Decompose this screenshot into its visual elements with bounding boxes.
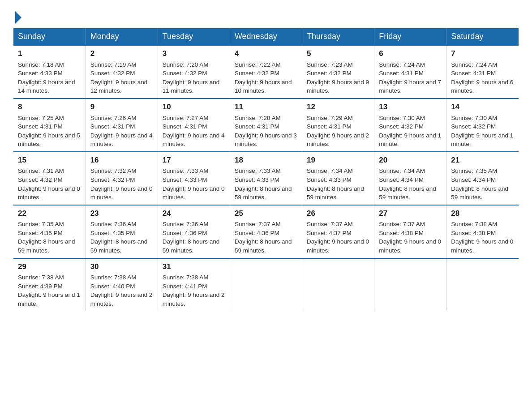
day-info: Sunrise: 7:22 AMSunset: 4:32 PMDaylight:… [235, 61, 292, 94]
calendar-day-cell: 23Sunrise: 7:36 AMSunset: 4:35 PMDayligh… [86, 205, 158, 258]
day-info: Sunrise: 7:34 AMSunset: 4:33 PMDaylight:… [307, 167, 364, 201]
day-info: Sunrise: 7:23 AMSunset: 4:32 PMDaylight:… [307, 61, 369, 94]
day-number: 31 [163, 261, 225, 273]
calendar-day-cell: 18Sunrise: 7:33 AMSunset: 4:33 PMDayligh… [230, 152, 302, 205]
calendar-day-cell: 8Sunrise: 7:25 AMSunset: 4:31 PMDaylight… [13, 98, 86, 152]
day-number: 7 [451, 48, 514, 60]
day-info: Sunrise: 7:20 AMSunset: 4:32 PMDaylight:… [163, 61, 220, 94]
weekday-header-wednesday: Wednesday [230, 28, 302, 45]
day-info: Sunrise: 7:33 AMSunset: 4:33 PMDaylight:… [163, 167, 225, 201]
day-number: 28 [451, 208, 514, 219]
day-number: 17 [163, 155, 225, 166]
calendar-week-row: 15Sunrise: 7:31 AMSunset: 4:32 PMDayligh… [13, 152, 519, 205]
day-info: Sunrise: 7:37 AMSunset: 4:38 PMDaylight:… [379, 221, 441, 254]
day-number: 9 [90, 102, 153, 113]
weekday-header-saturday: Saturday [446, 28, 519, 45]
day-number: 14 [451, 102, 514, 113]
weekday-header-row: SundayMondayTuesdayWednesdayThursdayFrid… [13, 28, 519, 45]
day-number: 25 [235, 208, 297, 219]
day-info: Sunrise: 7:18 AMSunset: 4:33 PMDaylight:… [18, 61, 75, 94]
day-number: 13 [379, 102, 442, 113]
day-info: Sunrise: 7:38 AMSunset: 4:38 PMDaylight:… [451, 221, 513, 254]
calendar-day-cell [230, 258, 302, 311]
day-info: Sunrise: 7:38 AMSunset: 4:39 PMDaylight:… [18, 274, 80, 307]
day-number: 16 [90, 155, 153, 166]
day-number: 6 [379, 48, 442, 60]
calendar-day-cell: 20Sunrise: 7:34 AMSunset: 4:34 PMDayligh… [374, 152, 446, 205]
day-info: Sunrise: 7:33 AMSunset: 4:33 PMDaylight:… [235, 167, 292, 201]
calendar-day-cell: 6Sunrise: 7:24 AMSunset: 4:31 PMDaylight… [374, 45, 446, 98]
day-number: 18 [235, 155, 297, 166]
calendar-day-cell: 1Sunrise: 7:18 AMSunset: 4:33 PMDaylight… [13, 45, 86, 98]
day-info: Sunrise: 7:34 AMSunset: 4:34 PMDaylight:… [379, 167, 436, 201]
day-number: 21 [451, 155, 514, 166]
logo-blue-text [13, 11, 21, 24]
day-number: 19 [307, 155, 369, 166]
calendar-day-cell: 16Sunrise: 7:32 AMSunset: 4:32 PMDayligh… [86, 152, 158, 205]
calendar-day-cell [302, 258, 374, 311]
calendar-day-cell: 9Sunrise: 7:26 AMSunset: 4:31 PMDaylight… [86, 98, 158, 152]
day-number: 29 [18, 261, 81, 273]
day-info: Sunrise: 7:37 AMSunset: 4:37 PMDaylight:… [307, 221, 369, 254]
day-info: Sunrise: 7:31 AMSunset: 4:32 PMDaylight:… [18, 167, 80, 201]
day-number: 5 [307, 48, 369, 60]
calendar-day-cell: 17Sunrise: 7:33 AMSunset: 4:33 PMDayligh… [158, 152, 230, 205]
calendar-day-cell: 24Sunrise: 7:36 AMSunset: 4:36 PMDayligh… [158, 205, 230, 258]
logo-triangle-icon [15, 11, 21, 24]
calendar-week-row: 29Sunrise: 7:38 AMSunset: 4:39 PMDayligh… [13, 258, 519, 311]
calendar-day-cell: 22Sunrise: 7:35 AMSunset: 4:35 PMDayligh… [13, 205, 86, 258]
calendar-day-cell [374, 258, 446, 311]
day-number: 27 [379, 208, 442, 219]
day-number: 4 [235, 48, 297, 60]
day-number: 1 [18, 48, 81, 60]
calendar-day-cell: 27Sunrise: 7:37 AMSunset: 4:38 PMDayligh… [374, 205, 446, 258]
calendar-day-cell: 3Sunrise: 7:20 AMSunset: 4:32 PMDaylight… [158, 45, 230, 98]
day-info: Sunrise: 7:36 AMSunset: 4:35 PMDaylight:… [90, 221, 148, 254]
calendar-day-cell: 30Sunrise: 7:38 AMSunset: 4:40 PMDayligh… [86, 258, 158, 311]
calendar-day-cell: 7Sunrise: 7:24 AMSunset: 4:31 PMDaylight… [446, 45, 519, 98]
calendar-day-cell: 11Sunrise: 7:28 AMSunset: 4:31 PMDayligh… [230, 98, 302, 152]
day-number: 26 [307, 208, 369, 219]
day-info: Sunrise: 7:24 AMSunset: 4:31 PMDaylight:… [451, 61, 513, 94]
day-info: Sunrise: 7:29 AMSunset: 4:31 PMDaylight:… [307, 115, 369, 148]
day-number: 3 [163, 48, 225, 60]
day-info: Sunrise: 7:36 AMSunset: 4:36 PMDaylight:… [163, 221, 220, 254]
logo [13, 9, 21, 24]
day-info: Sunrise: 7:24 AMSunset: 4:31 PMDaylight:… [379, 61, 441, 94]
day-info: Sunrise: 7:28 AMSunset: 4:31 PMDaylight:… [235, 115, 297, 148]
calendar-day-cell: 25Sunrise: 7:37 AMSunset: 4:36 PMDayligh… [230, 205, 302, 258]
calendar-day-cell: 15Sunrise: 7:31 AMSunset: 4:32 PMDayligh… [13, 152, 86, 205]
calendar-day-cell: 12Sunrise: 7:29 AMSunset: 4:31 PMDayligh… [302, 98, 374, 152]
calendar-day-cell: 10Sunrise: 7:27 AMSunset: 4:31 PMDayligh… [158, 98, 230, 152]
day-info: Sunrise: 7:38 AMSunset: 4:41 PMDaylight:… [163, 274, 225, 307]
day-number: 12 [307, 102, 369, 113]
weekday-header-friday: Friday [374, 28, 446, 45]
page-header [13, 9, 519, 24]
calendar-day-cell: 19Sunrise: 7:34 AMSunset: 4:33 PMDayligh… [302, 152, 374, 205]
day-info: Sunrise: 7:27 AMSunset: 4:31 PMDaylight:… [163, 115, 225, 148]
day-number: 11 [235, 102, 297, 113]
day-info: Sunrise: 7:35 AMSunset: 4:34 PMDaylight:… [451, 167, 508, 201]
weekday-header-thursday: Thursday [302, 28, 374, 45]
calendar-day-cell: 14Sunrise: 7:30 AMSunset: 4:32 PMDayligh… [446, 98, 519, 152]
day-info: Sunrise: 7:32 AMSunset: 4:32 PMDaylight:… [90, 167, 153, 201]
calendar-day-cell: 29Sunrise: 7:38 AMSunset: 4:39 PMDayligh… [13, 258, 86, 311]
calendar-day-cell: 5Sunrise: 7:23 AMSunset: 4:32 PMDaylight… [302, 45, 374, 98]
calendar-day-cell: 28Sunrise: 7:38 AMSunset: 4:38 PMDayligh… [446, 205, 519, 258]
calendar-week-row: 8Sunrise: 7:25 AMSunset: 4:31 PMDaylight… [13, 98, 519, 152]
day-number: 20 [379, 155, 442, 166]
day-info: Sunrise: 7:35 AMSunset: 4:35 PMDaylight:… [18, 221, 75, 254]
day-info: Sunrise: 7:26 AMSunset: 4:31 PMDaylight:… [90, 115, 153, 148]
weekday-header-tuesday: Tuesday [158, 28, 230, 45]
calendar-day-cell: 26Sunrise: 7:37 AMSunset: 4:37 PMDayligh… [302, 205, 374, 258]
day-info: Sunrise: 7:37 AMSunset: 4:36 PMDaylight:… [235, 221, 292, 254]
calendar-day-cell: 4Sunrise: 7:22 AMSunset: 4:32 PMDaylight… [230, 45, 302, 98]
day-number: 23 [90, 208, 153, 219]
day-info: Sunrise: 7:25 AMSunset: 4:31 PMDaylight:… [18, 115, 80, 148]
calendar-day-cell: 2Sunrise: 7:19 AMSunset: 4:32 PMDaylight… [86, 45, 158, 98]
calendar-day-cell: 13Sunrise: 7:30 AMSunset: 4:32 PMDayligh… [374, 98, 446, 152]
calendar-table: SundayMondayTuesdayWednesdayThursdayFrid… [13, 28, 519, 311]
day-number: 30 [90, 261, 153, 273]
day-number: 2 [90, 48, 153, 60]
calendar-day-cell: 31Sunrise: 7:38 AMSunset: 4:41 PMDayligh… [158, 258, 230, 311]
